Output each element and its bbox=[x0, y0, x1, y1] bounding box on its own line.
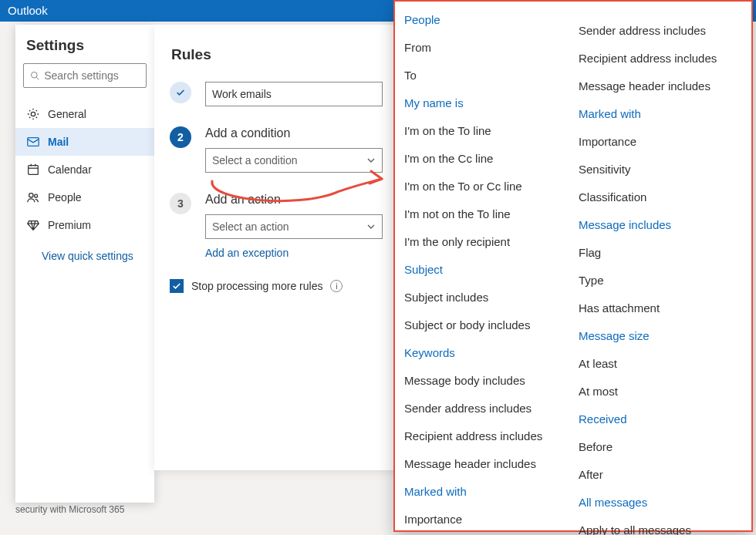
dropdown-option[interactable]: I'm on the To or Cc line bbox=[395, 173, 569, 200]
dropdown-option[interactable]: Recipient address includes bbox=[569, 45, 751, 72]
diamond-icon bbox=[26, 218, 40, 232]
people-icon bbox=[26, 190, 40, 204]
dropdown-group-header: People bbox=[395, 6, 569, 34]
background-text: security with Microsoft 365 bbox=[15, 504, 324, 535]
sidebar-item-label: People bbox=[48, 191, 82, 204]
dropdown-group-header: My name is bbox=[395, 89, 569, 117]
dropdown-option[interactable]: Sender address includes bbox=[395, 395, 569, 422]
chevron-down-icon bbox=[366, 156, 376, 165]
search-icon bbox=[30, 70, 39, 81]
dropdown-option[interactable]: Sensitivity bbox=[569, 156, 751, 183]
action-placeholder: Select an action bbox=[212, 220, 289, 233]
condition-placeholder: Select a condition bbox=[212, 154, 298, 167]
check-icon bbox=[172, 281, 181, 291]
step-2-badge: 2 bbox=[170, 126, 191, 148]
sidebar-item-general[interactable]: General bbox=[15, 100, 154, 128]
dropdown-option[interactable]: Type bbox=[569, 267, 751, 294]
gear-icon bbox=[26, 107, 40, 121]
stop-processing-label: Stop processing more rules bbox=[191, 280, 322, 292]
svg-rect-4 bbox=[29, 166, 39, 175]
calendar-icon bbox=[26, 163, 40, 177]
svg-line-1 bbox=[36, 77, 39, 79]
sidebar-item-calendar[interactable]: Calendar bbox=[15, 156, 154, 183]
mail-icon bbox=[26, 135, 40, 149]
search-settings-box[interactable] bbox=[23, 63, 147, 88]
dropdown-option[interactable]: I'm the only recipient bbox=[395, 228, 569, 256]
info-icon[interactable]: i bbox=[330, 280, 343, 292]
dropdown-option[interactable]: Importance bbox=[569, 128, 751, 156]
sidebar-item-mail[interactable]: Mail bbox=[15, 128, 154, 156]
settings-panel: Settings General Mail Calendar People Pr… bbox=[15, 25, 154, 503]
sidebar-item-label: Premium bbox=[48, 219, 91, 231]
dropdown-option[interactable]: Has attachment bbox=[569, 294, 751, 322]
dropdown-group-header: Subject bbox=[395, 256, 569, 284]
svg-point-8 bbox=[29, 193, 33, 197]
dropdown-option[interactable]: I'm on the To line bbox=[395, 117, 569, 145]
dropdown-option[interactable]: Message body includes bbox=[395, 367, 569, 395]
dropdown-option[interactable]: Message header includes bbox=[569, 72, 751, 100]
dropdown-option[interactable]: Importance bbox=[395, 506, 569, 533]
search-input[interactable] bbox=[44, 69, 140, 82]
sidebar-item-label: Calendar bbox=[48, 163, 92, 176]
sidebar-item-label: General bbox=[48, 108, 86, 120]
dropdown-group-header: Marked with bbox=[395, 478, 569, 506]
dropdown-option[interactable]: To bbox=[395, 62, 569, 89]
dropdown-option[interactable]: Message header includes bbox=[395, 450, 569, 478]
dropdown-option[interactable]: Before bbox=[569, 433, 751, 461]
chevron-down-icon bbox=[366, 222, 376, 231]
dropdown-option[interactable]: After bbox=[569, 461, 751, 489]
view-quick-settings-link[interactable]: View quick settings bbox=[15, 239, 154, 262]
dropdown-group-header: Received bbox=[569, 405, 751, 433]
dropdown-option[interactable]: Classification bbox=[569, 183, 751, 211]
dropdown-option[interactable]: I'm on the Cc line bbox=[395, 145, 569, 173]
dropdown-option[interactable]: Subject or body includes bbox=[395, 311, 569, 339]
condition-dropdown: PeopleFromToMy name isI'm on the To line… bbox=[393, 0, 753, 532]
dropdown-option[interactable]: Sender address includes bbox=[569, 17, 751, 45]
dropdown-group-header: Marked with bbox=[569, 100, 751, 128]
dropdown-group-header: Message includes bbox=[569, 211, 751, 239]
dropdown-option[interactable]: From bbox=[395, 34, 569, 62]
svg-point-2 bbox=[31, 112, 35, 116]
svg-rect-3 bbox=[28, 138, 39, 146]
step-1-check-icon bbox=[170, 82, 191, 103]
sidebar-item-people[interactable]: People bbox=[15, 183, 154, 211]
dropdown-option[interactable]: Flag bbox=[569, 239, 751, 267]
dropdown-group-header: Message size bbox=[569, 322, 751, 350]
dropdown-option[interactable]: Recipient address includes bbox=[395, 422, 569, 450]
dropdown-option[interactable]: Apply to all messages bbox=[569, 516, 751, 535]
sidebar-item-premium[interactable]: Premium bbox=[15, 211, 154, 239]
condition-select[interactable]: Select a condition bbox=[205, 148, 383, 173]
rule-name-input[interactable] bbox=[205, 82, 383, 106]
add-exception-link[interactable]: Add an exception bbox=[205, 247, 289, 259]
step-3-badge: 3 bbox=[170, 193, 191, 214]
action-select[interactable]: Select an action bbox=[205, 214, 383, 239]
dropdown-option[interactable]: At most bbox=[569, 378, 751, 405]
dropdown-option[interactable]: Subject includes bbox=[395, 284, 569, 311]
settings-title: Settings bbox=[15, 25, 154, 63]
svg-point-0 bbox=[32, 72, 38, 78]
dropdown-option[interactable]: At least bbox=[569, 350, 751, 378]
stop-processing-checkbox[interactable] bbox=[170, 279, 184, 293]
dropdown-group-header: Keywords bbox=[395, 339, 569, 367]
svg-point-9 bbox=[35, 194, 38, 197]
dropdown-group-header: All messages bbox=[569, 489, 751, 516]
dropdown-option[interactable]: I'm not on the To line bbox=[395, 200, 569, 228]
sidebar-item-label: Mail bbox=[48, 136, 69, 148]
